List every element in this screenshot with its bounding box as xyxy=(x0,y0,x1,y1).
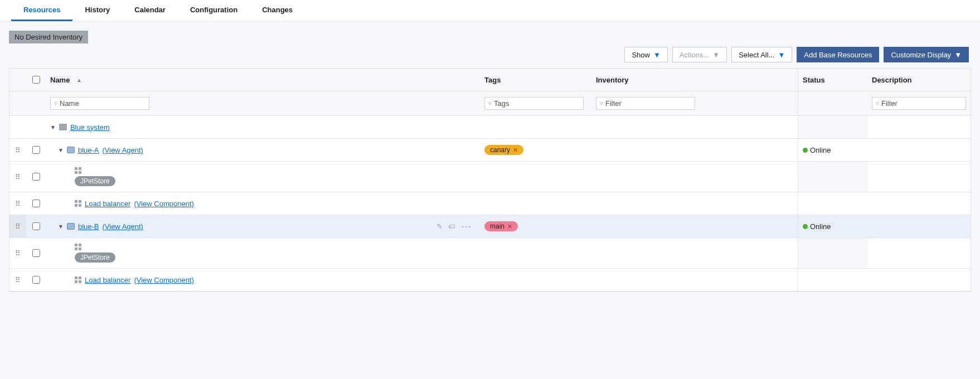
tab-calendar[interactable]: Calendar xyxy=(122,0,178,21)
remove-tag-icon[interactable]: ✕ xyxy=(507,223,512,230)
select-all-checkbox[interactable] xyxy=(32,76,40,84)
resource-link[interactable]: blue-B xyxy=(78,222,99,231)
component-pill[interactable]: JPetStore xyxy=(75,176,115,186)
filter-row: ▿Name ▿Tags ▿Filter ▿Filter xyxy=(9,91,971,116)
chevron-down-icon: ▼ xyxy=(712,51,720,59)
drag-handle-icon[interactable]: ⠿ xyxy=(15,173,21,181)
drag-handle-icon[interactable]: ⠿ xyxy=(15,222,21,231)
resource-sub-link[interactable]: (View Agent) xyxy=(102,146,143,154)
table-header: Name ▲ Tags Inventory Status Description xyxy=(9,69,971,91)
resource-link[interactable]: Load balancer xyxy=(85,276,130,284)
col-tags-header[interactable]: Tags xyxy=(480,69,591,91)
drag-handle-icon[interactable]: ⠿ xyxy=(15,146,21,154)
tab-configuration[interactable]: Configuration xyxy=(178,0,250,21)
status-label: Online xyxy=(810,222,831,231)
resource-link[interactable]: blue-A xyxy=(78,146,99,154)
tab-history[interactable]: History xyxy=(72,0,122,21)
tab-resources[interactable]: Resources xyxy=(11,0,72,21)
status-label: Online xyxy=(810,146,831,154)
expand-icon[interactable]: ▼ xyxy=(50,124,56,130)
component-icon xyxy=(75,244,81,250)
resource-sub-link[interactable]: (View Agent) xyxy=(102,222,143,231)
drag-handle-icon[interactable]: ⠿ xyxy=(15,200,21,208)
agent-icon xyxy=(67,223,75,230)
row-checkbox[interactable] xyxy=(32,173,40,181)
col-name-header[interactable]: Name ▲ xyxy=(46,69,480,91)
row-checkbox[interactable] xyxy=(32,276,40,284)
row-checkbox[interactable] xyxy=(32,200,40,207)
chevron-down-icon: ▼ xyxy=(653,51,661,59)
table-row[interactable]: ⠿▼blue-B (View Agent)✎🏷⋯main✕Online xyxy=(9,215,971,238)
table-row[interactable]: ⠿JPetStore xyxy=(9,238,971,269)
resource-sub-link[interactable]: (View Component) xyxy=(134,276,193,284)
edit-icon[interactable]: ✎ xyxy=(436,222,443,231)
actions-dropdown[interactable]: Actions...▼ xyxy=(672,47,727,62)
sort-asc-icon: ▲ xyxy=(76,77,82,83)
row-checkbox[interactable] xyxy=(32,146,40,154)
resource-sub-link[interactable]: (View Component) xyxy=(134,200,193,208)
toolbar: Show▼ Actions...▼ Select All...▼ Add Bas… xyxy=(9,47,971,62)
chevron-down-icon: ▼ xyxy=(954,51,962,59)
component-pill[interactable]: JPetStore xyxy=(75,252,115,263)
table-row[interactable]: ⠿▼blue-A (View Agent)canary✕Online xyxy=(9,139,971,162)
drag-handle-icon[interactable]: ⠿ xyxy=(15,276,21,284)
inventory-badge: No Desired Inventory xyxy=(9,31,88,43)
resource-link[interactable]: Blue system xyxy=(70,123,110,132)
tab-changes[interactable]: Changes xyxy=(250,0,305,21)
table-row[interactable]: ⠿Load balancer (View Component) xyxy=(9,269,971,291)
row-checkbox[interactable] xyxy=(32,249,40,257)
col-description-header[interactable]: Description xyxy=(867,69,971,91)
col-inventory-header[interactable]: Inventory xyxy=(591,69,798,91)
filter-icon: ▿ xyxy=(600,100,603,107)
customize-display-button[interactable]: Customize Display▼ xyxy=(884,47,969,62)
row-checkbox[interactable] xyxy=(32,222,40,230)
add-base-resources-button[interactable]: Add Base Resources xyxy=(797,47,879,62)
description-filter[interactable]: ▿Filter xyxy=(872,97,966,110)
filter-icon: ▿ xyxy=(54,100,57,107)
component-icon xyxy=(75,200,81,207)
tag-icon[interactable]: 🏷 xyxy=(448,222,455,231)
col-status-header[interactable]: Status xyxy=(798,69,867,91)
resources-table: Name ▲ Tags Inventory Status Description… xyxy=(9,68,971,292)
tag-pill[interactable]: main✕ xyxy=(484,221,518,231)
component-icon xyxy=(75,276,81,283)
expand-icon[interactable]: ▼ xyxy=(58,147,64,153)
drag-handle-icon[interactable]: ⠿ xyxy=(15,249,21,257)
table-row[interactable]: ⠿Load balancer (View Component) xyxy=(9,192,971,215)
name-filter[interactable]: ▿Name xyxy=(50,97,149,110)
expand-icon[interactable]: ▼ xyxy=(58,223,64,230)
tag-pill[interactable]: canary✕ xyxy=(484,145,523,155)
resource-link[interactable]: Load balancer xyxy=(85,200,130,208)
show-dropdown[interactable]: Show▼ xyxy=(624,47,667,62)
table-row[interactable]: ⠿JPetStore xyxy=(9,162,971,192)
main-tabs: ResourcesHistoryCalendarConfigurationCha… xyxy=(0,0,980,22)
component-icon xyxy=(75,167,81,174)
status-dot-icon xyxy=(803,224,808,229)
remove-tag-icon[interactable]: ✕ xyxy=(513,147,518,154)
inventory-filter[interactable]: ▿Filter xyxy=(596,97,695,110)
filter-icon: ▿ xyxy=(488,100,492,107)
folder-icon xyxy=(59,124,67,130)
table-row[interactable]: ▼Blue system xyxy=(9,116,971,139)
chevron-down-icon: ▼ xyxy=(778,51,785,59)
filter-icon: ▿ xyxy=(876,100,879,107)
status-dot-icon xyxy=(803,148,808,153)
select-all-dropdown[interactable]: Select All...▼ xyxy=(731,47,792,62)
tags-filter[interactable]: ▿Tags xyxy=(484,97,584,110)
agent-icon xyxy=(67,147,75,153)
